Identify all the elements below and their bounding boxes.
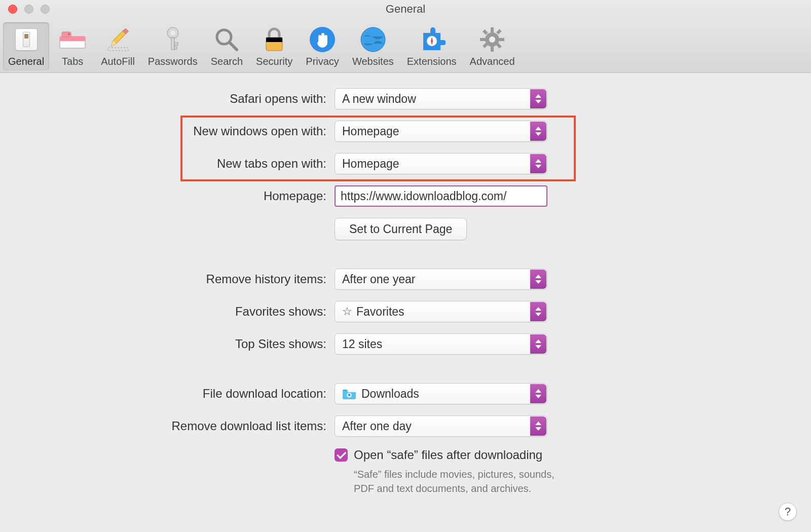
updown-arrows-icon bbox=[530, 122, 546, 141]
extensions-icon bbox=[417, 24, 447, 55]
set-to-current-page-label: Set to Current Page bbox=[349, 222, 452, 236]
svg-line-14 bbox=[230, 43, 237, 50]
remove-history-items-label: Remove history items: bbox=[20, 272, 335, 286]
advanced-tab-label: Advanced bbox=[470, 56, 515, 67]
search-icon bbox=[211, 24, 242, 55]
svg-text:+: + bbox=[67, 31, 70, 37]
svg-point-32 bbox=[489, 36, 495, 43]
open-safe-files-checkbox[interactable] bbox=[335, 448, 348, 462]
security-tab-label: Security bbox=[256, 56, 292, 67]
new-windows-open-with-value: Homepage bbox=[342, 125, 399, 138]
svg-rect-27 bbox=[499, 38, 504, 41]
updown-arrows-icon bbox=[530, 89, 546, 108]
file-download-location-label: File download location: bbox=[20, 387, 335, 401]
homepage-field[interactable]: https://www.idownloadblog.com/ bbox=[335, 185, 547, 207]
open-safe-files-label: Open “safe” files after downloading bbox=[354, 448, 542, 462]
extensions-tab-label: Extensions bbox=[407, 56, 457, 67]
favorites-shows-popup[interactable]: ☆ Favorites bbox=[335, 301, 547, 322]
homepage-label: Homepage: bbox=[20, 189, 335, 203]
autofill-tab-label: AutoFill bbox=[101, 56, 135, 67]
tabs-icon: + bbox=[57, 24, 88, 55]
passwords-tab[interactable]: Passwords bbox=[143, 22, 203, 70]
svg-rect-10 bbox=[171, 37, 174, 50]
remove-history-items-popup[interactable]: After one year bbox=[335, 269, 547, 290]
safe-files-description: “Safe” files include movies, pictures, s… bbox=[354, 467, 562, 496]
updown-arrows-icon bbox=[530, 270, 546, 289]
updown-arrows-icon bbox=[530, 384, 546, 403]
safari-opens-with-label: Safari opens with: bbox=[20, 92, 335, 106]
tabs-tab[interactable]: + Tabs bbox=[52, 22, 93, 70]
new-windows-open-with-label: New windows open with: bbox=[20, 124, 335, 138]
homepage-value: https://www.idownloadblog.com/ bbox=[341, 189, 506, 203]
advanced-tab[interactable]: Advanced bbox=[465, 22, 520, 70]
titlebar: General bbox=[0, 0, 811, 18]
passwords-tab-label: Passwords bbox=[148, 56, 198, 67]
privacy-tab[interactable]: Privacy bbox=[301, 22, 344, 70]
websites-tab-label: Websites bbox=[352, 56, 394, 67]
svg-rect-17 bbox=[266, 37, 282, 42]
search-tab-label: Search bbox=[211, 56, 243, 67]
window-title: General bbox=[0, 3, 811, 16]
star-icon: ☆ bbox=[342, 305, 352, 318]
pencil-icon bbox=[103, 24, 133, 55]
key-icon bbox=[158, 24, 188, 55]
safari-opens-with-value: A new window bbox=[342, 92, 416, 106]
folder-icon bbox=[342, 388, 356, 399]
set-to-current-page-button[interactable]: Set to Current Page bbox=[335, 218, 467, 240]
general-icon bbox=[11, 24, 42, 55]
svg-rect-24 bbox=[491, 27, 494, 32]
help-button[interactable]: ? bbox=[779, 503, 797, 521]
svg-rect-11 bbox=[174, 43, 178, 45]
privacy-tab-label: Privacy bbox=[306, 56, 339, 67]
favorites-shows-label: Favorites shows: bbox=[20, 305, 335, 319]
top-sites-shows-value: 12 sites bbox=[342, 337, 382, 351]
new-tabs-open-with-label: New tabs open with: bbox=[20, 157, 335, 171]
general-preferences-form: Safari opens with: A new window New wind… bbox=[0, 73, 811, 496]
safari-opens-with-popup[interactable]: A new window bbox=[335, 88, 547, 109]
gear-icon bbox=[477, 24, 507, 55]
updown-arrows-icon bbox=[530, 416, 546, 436]
search-tab[interactable]: Search bbox=[206, 22, 248, 70]
svg-rect-28 bbox=[483, 29, 488, 35]
svg-rect-4 bbox=[108, 48, 128, 51]
new-windows-open-with-popup[interactable]: Homepage bbox=[335, 121, 547, 142]
svg-rect-30 bbox=[496, 29, 502, 34]
updown-arrows-icon bbox=[530, 334, 546, 354]
general-tab-label: General bbox=[8, 56, 44, 67]
remove-download-list-items-value: After one day bbox=[342, 420, 412, 433]
hand-icon bbox=[307, 24, 338, 55]
svg-rect-26 bbox=[480, 38, 485, 41]
top-sites-shows-label: Top Sites shows: bbox=[20, 337, 335, 351]
top-sites-shows-popup[interactable]: 12 sites bbox=[335, 333, 547, 355]
autofill-tab[interactable]: AutoFill bbox=[96, 22, 140, 70]
security-tab[interactable]: Security bbox=[251, 22, 298, 70]
file-download-location-popup[interactable]: Downloads bbox=[335, 383, 547, 404]
websites-tab[interactable]: Websites bbox=[347, 22, 399, 70]
updown-arrows-icon bbox=[530, 302, 546, 321]
updown-arrows-icon bbox=[530, 154, 546, 173]
remove-download-list-items-popup[interactable]: After one day bbox=[335, 415, 547, 437]
remove-download-list-items-label: Remove download list items: bbox=[20, 419, 335, 433]
new-tabs-open-with-value: Homepage bbox=[342, 157, 399, 171]
extensions-tab[interactable]: Extensions bbox=[402, 22, 462, 70]
remove-history-items-value: After one year bbox=[342, 273, 415, 286]
general-tab[interactable]: General bbox=[3, 22, 49, 70]
new-tabs-open-with-popup[interactable]: Homepage bbox=[335, 153, 547, 174]
favorites-shows-value: Favorites bbox=[356, 305, 404, 319]
svg-point-9 bbox=[170, 30, 175, 35]
file-download-location-value: Downloads bbox=[361, 387, 419, 401]
svg-rect-12 bbox=[174, 47, 177, 49]
tabs-tab-label: Tabs bbox=[62, 56, 83, 67]
lock-icon bbox=[259, 24, 289, 55]
svg-rect-25 bbox=[491, 47, 494, 52]
globe-icon bbox=[358, 24, 388, 55]
preferences-toolbar: General + Tabs AutoFill bbox=[0, 18, 811, 73]
